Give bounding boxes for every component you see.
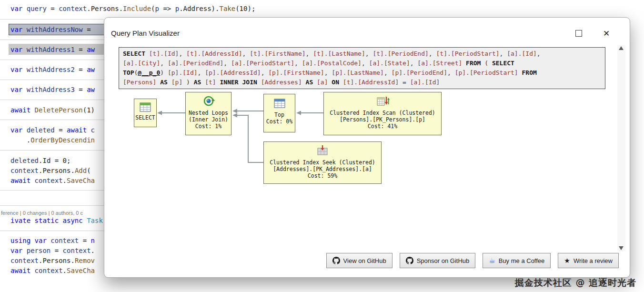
- token: var: [10, 46, 27, 53]
- token: ;: [67, 157, 70, 164]
- token: p: [155, 5, 159, 12]
- token: Address: [183, 5, 211, 12]
- sponsor-on-github-button[interactable]: Sponsor on GitHub: [400, 253, 476, 268]
- token: =: [83, 26, 95, 33]
- token: Remov: [75, 257, 95, 264]
- token: deleted: [10, 157, 39, 164]
- token: query: [27, 5, 47, 12]
- token: [p].[AddressId]: [205, 69, 261, 76]
- plan-node-top[interactable]: Top Cost: 0%: [263, 94, 295, 132]
- token: [a].[Street]: [417, 60, 462, 67]
- token: .: [63, 267, 67, 274]
- plan-node-select[interactable]: SELECT: [134, 99, 157, 127]
- code-line-query[interactable]: var query = context.Persons.Include(p =>…: [10, 4, 255, 14]
- plan-node-clustered-index-seek[interactable]: Clustered Index Seek (Clustered) [Addres…: [263, 141, 382, 184]
- star-icon: ★: [564, 257, 570, 264]
- token: aw: [87, 46, 95, 53]
- code-line-savechanges-1[interactable]: await context.SaveCha: [10, 176, 95, 186]
- code-line-using-context[interactable]: using var context = n: [10, 236, 95, 246]
- code-line-withAddress2[interactable]: var withAddress2 = aw: [10, 65, 95, 75]
- token: [339, 79, 343, 86]
- watermark: 掘金技术社区 @ 追逐时光者: [515, 277, 636, 289]
- token: ,: [223, 60, 231, 67]
- token: [t]: [205, 79, 216, 86]
- index-scan-icon: [324, 93, 441, 110]
- code-line-withAddress1[interactable]: var withAddress1 = aw: [10, 45, 95, 55]
- code-line-orderby[interactable]: .OrderByDescendin: [10, 135, 95, 145]
- code-line-withAddress3[interactable]: var withAddress3 = aw: [10, 85, 95, 95]
- token: .: [10, 136, 30, 144]
- index-seek-icon: [264, 143, 381, 159]
- token: [p].[Id]: [168, 69, 198, 76]
- token: ,: [324, 69, 332, 76]
- code-line-method-signature[interactable]: ivate static async Task: [10, 216, 103, 226]
- node-cost: Cost: 59%: [264, 172, 381, 179]
- token: =: [55, 126, 67, 134]
- token: context: [59, 5, 87, 12]
- button-label: View on GitHub: [343, 257, 386, 264]
- token: context: [63, 247, 91, 254]
- close-button[interactable]: ✕: [599, 26, 614, 40]
- token: [a].[Id]: [410, 79, 440, 86]
- scroll-down-icon[interactable]: [619, 246, 624, 250]
- code-line-person[interactable]: var person = context.: [10, 246, 95, 256]
- token: (: [481, 60, 492, 67]
- token: var: [10, 66, 27, 73]
- github-icon: [406, 257, 413, 264]
- plan-node-nested-loops[interactable]: Nested Loops (Inner Join) Cost: 1%: [185, 92, 231, 135]
- token: );: [247, 5, 255, 12]
- vertical-scrollbar[interactable]: [617, 45, 625, 251]
- code-line-persons-add[interactable]: context.Persons.Add(: [10, 166, 91, 176]
- token: [Addresses]: [261, 79, 302, 86]
- code-line-withAddressNow[interactable]: var withAddressNow =: [10, 25, 95, 35]
- token: [p].[FirstName]: [268, 69, 324, 76]
- code-line-persons-remove[interactable]: context.Persons.Remov: [10, 256, 95, 266]
- token: [168, 79, 171, 86]
- token: [a].[State]: [369, 60, 410, 67]
- view-on-github-button[interactable]: View on GitHub: [326, 253, 392, 268]
- sql-line: SELECT [t].[Id], [t].[AddressId], [t].[F…: [123, 49, 601, 59]
- token: [t].[AddressId]: [343, 79, 399, 86]
- token: [257, 79, 261, 86]
- token: [a].[Id]: [507, 50, 537, 57]
- token: person: [27, 247, 51, 254]
- token: [p].[PeriodStart]: [455, 69, 518, 76]
- token: c: [91, 126, 95, 134]
- sql-line: TOP(@__p_0) [p].[Id], [p].[AddressId], […: [123, 68, 601, 78]
- scroll-up-icon[interactable]: [619, 46, 624, 50]
- write-a-review-button[interactable]: ★ Write a review: [558, 253, 619, 268]
- maximize-button[interactable]: [572, 26, 586, 40]
- button-label: Sponsor on GitHub: [417, 257, 470, 264]
- code-line-deleted-id[interactable]: deleted.Id = 0;: [10, 156, 70, 166]
- plan-node-clustered-index-scan[interactable]: Clustered Index Scan (Clustered) [Person…: [323, 92, 442, 135]
- coffee-icon: ☕: [489, 256, 495, 265]
- code-line-deleted[interactable]: var deleted = await c: [10, 125, 95, 135]
- token: =: [75, 46, 87, 53]
- token: withAddress1: [27, 46, 75, 53]
- token: [313, 79, 317, 86]
- dialog-titlebar[interactable]: Query Plan Visualizer ✕: [104, 18, 630, 44]
- code-line-deleteperson[interactable]: await DeletePerson(1): [10, 105, 95, 115]
- code-block-separator: [0, 60, 104, 60]
- token: [p]: [171, 79, 182, 86]
- button-label: Buy me a Coffee: [499, 257, 545, 264]
- token: INNER JOIN: [220, 79, 257, 86]
- token: ): [91, 106, 95, 114]
- sql-query-text[interactable]: SELECT [t].[Id], [t].[AddressId], [t].[F…: [119, 47, 605, 89]
- token: FROM: [466, 60, 481, 67]
- token: =: [79, 237, 91, 244]
- code-line-savechanges-2[interactable]: await context.SaveCha: [10, 266, 95, 276]
- buy-me-a-coffee-button[interactable]: ☕ Buy me a Coffee: [483, 253, 551, 268]
- token: ,: [306, 50, 313, 57]
- token: Persons: [91, 5, 119, 12]
- token: var: [35, 237, 51, 244]
- token: ): [160, 69, 168, 76]
- query-plan-dialog: Query Plan Visualizer ✕ SELECT [t].[Id],…: [104, 17, 630, 278]
- token: 1: [87, 106, 91, 114]
- node-cost: Cost: 0%: [264, 118, 295, 125]
- token: [t].[FirstName]: [250, 50, 305, 57]
- token: FROM: [522, 69, 537, 76]
- token: ,: [447, 69, 455, 76]
- node-label: Nested Loops: [186, 110, 231, 116]
- dialog-title: Query Plan Visualizer: [111, 29, 180, 37]
